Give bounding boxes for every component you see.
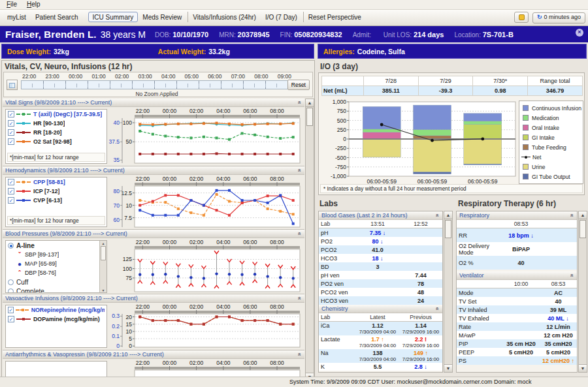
timeline: 22:0023:0000:0001:0002:0003:0004:0005:00… [3, 72, 313, 97]
collapse-icon[interactable]: » [295, 101, 302, 104]
legend-item[interactable]: DOPamine (mcg/kg/min) [6, 315, 106, 324]
checkbox-checked-icon[interactable] [8, 138, 14, 145]
toolbar-button[interactable]: myList [3, 12, 31, 22]
ventilator-row: TV Set 40 [457, 297, 577, 305]
collapse-icon[interactable]: » [295, 232, 302, 235]
io-table-header: 7/28 7/29 7/30* Range total [322, 76, 583, 86]
menu-file[interactable]: File [3, 1, 21, 8]
checkbox-checked-icon[interactable] [8, 111, 14, 117]
toolbar-button[interactable]: Patient Search [31, 12, 83, 22]
lab-row: pH ven 7.44 [319, 271, 442, 279]
radio-selected-icon[interactable] [8, 243, 14, 249]
legend-label: Net [532, 154, 541, 161]
close-icon[interactable]: × [576, 29, 583, 37]
svg-text:500: 500 [337, 117, 346, 124]
scroll-down-arrow[interactable]: ▼ [579, 364, 587, 372]
scroll-up-arrow[interactable]: ▲ [306, 99, 314, 107]
vital-signs-legend: T (axil) (DegC) [37.5-39.5] HR [90-130] … [5, 109, 107, 164]
toolbar-button[interactable]: ICU Summary [88, 12, 139, 22]
lab-row: BD 3 [319, 262, 442, 271]
scroll-up-arrow[interactable]: ▲ [444, 211, 452, 219]
legend-label: MAP [65-89] [25, 260, 57, 267]
refresh-button[interactable]: ↻0 minutes ago [532, 12, 585, 23]
legend-item[interactable]: HR [90-130] [6, 119, 106, 128]
radio-aline[interactable]: A-line [6, 241, 106, 250]
series-line-sample [16, 123, 31, 124]
labs-scrollbar[interactable]: ▲ ▼ [444, 211, 453, 373]
status-bar: System Time: 9/9/2009 09:09 CDT User: mo… [0, 377, 588, 387]
legend-label: GI Tube Output [532, 174, 570, 180]
allergies-value: Codeine, Sulfa [357, 48, 405, 55]
collapse-icon[interactable]: » [295, 352, 302, 356]
svg-text:50: 50 [126, 138, 133, 145]
series-line-sample [16, 114, 31, 115]
legend-item[interactable]: CVP [6-13] [6, 196, 106, 205]
banner-field: DOB: 10/10/1970 [155, 31, 208, 39]
svg-text:08:00: 08:00 [270, 360, 284, 366]
scroll-down-arrow[interactable]: ▼ [444, 364, 452, 372]
collapse-icon[interactable]: » [295, 168, 302, 172]
scrollbar-thumb[interactable] [580, 220, 586, 238]
timeline-hour-label: 02:00 [115, 73, 129, 80]
collapse-icon[interactable]: » [295, 296, 302, 300]
legend-item[interactable]: CPP [58-81] [6, 178, 106, 187]
scrollbar-thumb[interactable] [445, 220, 451, 238]
ventilator-row: TV Exhaled 40 ML ↓ [457, 314, 577, 322]
legend-item[interactable]: RR [18-20] [6, 128, 106, 137]
svg-text:250: 250 [337, 127, 346, 133]
panel-title: Ventilator [459, 272, 484, 279]
legend-label: CPP [58-81] [33, 179, 65, 185]
zoom-tool-button[interactable] [7, 80, 18, 90]
scrollbar-thumb[interactable] [101, 246, 106, 260]
checkbox-checked-icon[interactable] [8, 179, 14, 185]
timeline-status: No Zoom Applied [21, 91, 293, 97]
svg-text:80: 80 [114, 188, 120, 194]
legend-swatch [523, 134, 529, 140]
collapse-icon[interactable]: » [433, 307, 440, 310]
checkbox-checked-icon[interactable] [8, 120, 14, 127]
svg-text:22:00: 22:00 [136, 108, 150, 114]
checkbox-checked-icon[interactable] [8, 197, 14, 204]
vitals-scrollbar[interactable]: ▲ ▼ [305, 99, 314, 381]
legend-item[interactable]: O2 Sat [92-98] [6, 137, 106, 146]
legend-label: ICP [7-12] [33, 188, 59, 194]
timeline-strip[interactable] [21, 80, 293, 89]
banner-field: FIN: 050820934832 [280, 31, 342, 39]
io-legend-item: GI Tube Output [521, 172, 581, 181]
svg-text:02:00: 02:00 [189, 360, 204, 366]
legend-scrollbar[interactable]: ▴▾ [99, 241, 106, 292]
legend-item[interactable]: ICP [7-12] [6, 187, 106, 196]
timeline-hour-label: 09:00 [278, 73, 291, 80]
radio-icon[interactable] [8, 279, 14, 285]
labs-panel: Blood Gases (Last 2 in 24 hours)» Lab 13… [318, 211, 443, 373]
toolbar-button[interactable]: Meds Review [138, 12, 186, 22]
checkbox-checked-icon[interactable] [8, 307, 14, 313]
actual-weight-label: Actual Weight: [158, 48, 206, 55]
scrollbar-thumb[interactable] [306, 108, 313, 126]
collapse-icon[interactable]: » [433, 213, 440, 217]
timeline-hour-label: 23:00 [46, 73, 59, 80]
menu-help[interactable]: Help [23, 1, 44, 8]
checkbox-checked-icon[interactable] [8, 188, 14, 194]
alert-button[interactable] [514, 12, 529, 23]
svg-text:12.5: 12.5 [121, 190, 132, 196]
checkbox-checked-icon[interactable] [8, 316, 14, 322]
collapse-icon[interactable]: » [568, 273, 574, 277]
legend-item[interactable]: T (axil) (DegC) [37.5-39.5] [6, 110, 106, 119]
checkbox-checked-icon[interactable] [8, 129, 14, 136]
svg-text:04:00: 04:00 [216, 176, 231, 182]
radio-cuff[interactable]: Cuff [6, 277, 106, 286]
legend-label: DOPamine (mcg/kg/min) [33, 316, 100, 322]
toolbar-button[interactable]: Reset Perspective [303, 12, 366, 22]
legend-item[interactable]: NORepinephrine (mcg/kg/min) [6, 305, 106, 315]
scroll-up-arrow[interactable]: ▲ [579, 211, 587, 219]
toolbar-button[interactable]: I/O (7 Day) [261, 12, 302, 22]
respiratory-scrollbar[interactable]: ▲ ▼ [578, 211, 587, 373]
radio-icon[interactable] [8, 288, 14, 294]
legend-label: GI Intake [532, 134, 555, 141]
legend-label: NORepinephrine (mcg/kg/min) [31, 307, 105, 313]
reset-button[interactable]: Reset [287, 80, 310, 90]
radio-complete[interactable]: Complete [6, 286, 106, 293]
toolbar-button[interactable]: Vitals/Infusions (24hr) [188, 12, 261, 22]
collapse-icon[interactable]: » [568, 213, 574, 217]
